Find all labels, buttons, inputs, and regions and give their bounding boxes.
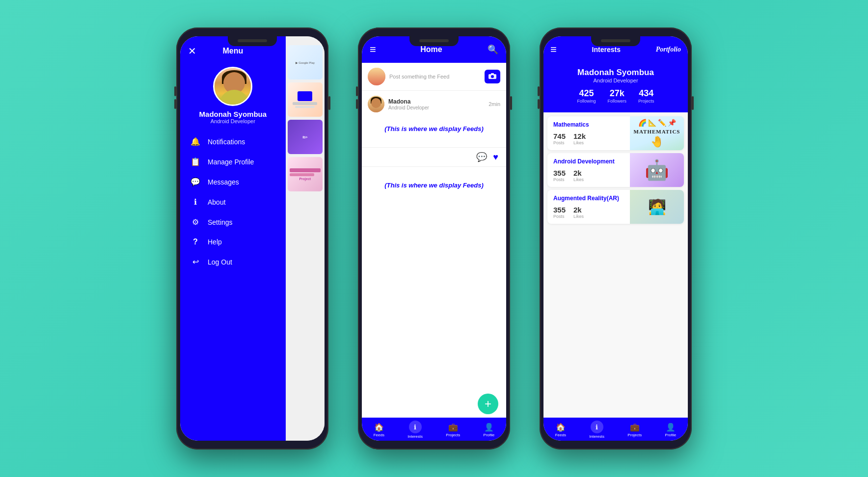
android-posts-label: Posts (553, 177, 566, 182)
interest-card-android[interactable]: Android Development 355 Posts 2k Likes (547, 153, 684, 187)
interests-nav-circle: ℹ (409, 421, 422, 433)
post-input-placeholder[interactable]: Post something the Feed (389, 74, 481, 80)
feed-item-2: (This is where we display Feeds) (362, 167, 506, 418)
feed-actions-1: 💬 ♥ (362, 147, 506, 166)
nav-feeds[interactable]: 🏠 Feeds (374, 423, 384, 437)
interests-nav-profile[interactable]: 👤 Profile (665, 423, 677, 437)
android-stats: 355 Posts 2k Likes (553, 169, 624, 182)
interest-info-math: Mathematics 745 Posts 12k Likes (547, 116, 630, 150)
android-likes-stat: 2k Likes (573, 169, 584, 182)
svg-rect-2 (491, 73, 494, 75)
following-number: 425 (579, 88, 594, 99)
interests-nav-profile-label: Profile (665, 433, 677, 437)
feed-user-role: Android Developer (388, 105, 429, 110)
math-icons: 🌈 📐 ✏️ 📌 (638, 119, 676, 127)
android-topic-name: Android Development (553, 158, 624, 165)
profile-stats: 425 Following 27k Followers 434 Projects (550, 88, 681, 104)
interests-profile-name: Madonah Syombua (577, 68, 654, 78)
avatar-figure (215, 68, 251, 105)
menu-item-manage-profile[interactable]: 📋 Manage Profile (186, 152, 280, 171)
ar-person-icon: 🧑‍💻 (648, 198, 666, 215)
interests-profile-section: Madonah Syombua Android Developer 425 Fo… (543, 63, 688, 112)
phone-speaker (238, 39, 267, 42)
menu-title: Menu (222, 47, 243, 55)
math-text: MATHEMATICS (634, 129, 680, 134)
ar-likes-label: Likes (573, 214, 584, 219)
math-likes-number: 12k (573, 132, 586, 140)
nav-feeds-label: Feeds (374, 433, 384, 437)
math-image-container: 🌈 📐 ✏️ 📌 MATHEMATICS 🤚 (630, 116, 684, 150)
nav-profile[interactable]: 👤 Profile (484, 423, 495, 437)
feed-avatar (368, 96, 384, 112)
nav-interests[interactable]: ℹ Interests (407, 421, 423, 439)
home-screen: ≡ Home 🔍 Post something the Feed (362, 36, 506, 441)
avatar (213, 67, 252, 106)
ar-posts-number: 355 (553, 206, 566, 214)
menu-item-messages[interactable]: 💬 Messages (186, 172, 280, 191)
android-likes-number: 2k (573, 169, 584, 177)
ar-image: 🧑‍💻 (630, 190, 684, 224)
interests-bottom-nav: 🏠 Feeds ℹ Interests 💼 Projects 👤 Profile (543, 418, 688, 441)
left-buttons (356, 86, 358, 109)
interests-screen: ≡ Interests Portfolio Madonah Syombua An… (543, 36, 688, 441)
ar-image-container: 🧑‍💻 (630, 190, 684, 224)
ruler-icon: 📐 (648, 119, 656, 127)
power-button (692, 96, 694, 110)
menu-item-help[interactable]: ? Help (186, 233, 280, 251)
projects-icon: 💼 (630, 423, 640, 432)
left-buttons (174, 86, 176, 109)
info-icon: ℹ (190, 197, 201, 207)
feed-placeholder-2: (This is where we display Feeds) (368, 182, 500, 189)
interests-nav-feeds[interactable]: 🏠 Feeds (555, 423, 566, 437)
followers-number: 27k (610, 88, 624, 99)
nav-interests-label: Interests (407, 434, 423, 439)
hamburger-icon[interactable]: ≡ (370, 43, 375, 56)
home-bottom-nav: 🏠 Feeds ℹ Interests 💼 Projects 👤 Profile (362, 418, 506, 441)
power-button (328, 96, 330, 110)
menu-item-about-label: About (208, 198, 226, 206)
comment-icon[interactable]: 💬 (476, 152, 487, 162)
menu-item-settings[interactable]: ⚙ Settings (186, 212, 280, 232)
menu-item-logout[interactable]: ↩ Log Out (186, 252, 280, 271)
rainbow-icon: 🌈 (638, 119, 647, 127)
side-buttons (510, 96, 512, 110)
interests-circle-icon: ℹ (591, 421, 603, 433)
vol-down-button (174, 99, 176, 109)
fab-button[interactable]: + (478, 394, 498, 414)
following-label: Following (577, 99, 596, 104)
stat-followers: 27k Followers (608, 88, 627, 104)
interest-card-math[interactable]: Mathematics 745 Posts 12k Likes (547, 116, 684, 150)
math-posts-number: 745 (553, 132, 566, 140)
menu-item-notifications[interactable]: 🔔 Notifications (186, 132, 280, 151)
camera-button[interactable] (485, 70, 500, 83)
preview-card-1: ▶ Google Play (288, 45, 323, 80)
heart-icon[interactable]: ♥ (493, 152, 498, 162)
projects-number: 434 (639, 88, 653, 99)
close-icon[interactable]: ✕ (188, 45, 196, 57)
logout-icon: ↩ (190, 257, 201, 266)
feed-user-info: Madona Android Developer (368, 96, 429, 112)
interests-icon: ℹ (596, 424, 598, 431)
fab-icon: + (485, 397, 491, 411)
nav-projects-label: Projects (446, 433, 460, 437)
math-likes-stat: 12k Likes (573, 132, 586, 145)
pin-icon: 📌 (668, 119, 676, 127)
feed-content-1: (This is where we display Feeds) (362, 115, 506, 147)
menu-item-about[interactable]: ℹ About (186, 192, 280, 212)
stat-projects: 434 Projects (638, 88, 654, 104)
interests-nav-feeds-label: Feeds (555, 433, 566, 437)
menu-item-help-label: Help (208, 238, 222, 246)
hamburger-icon[interactable]: ≡ (550, 43, 557, 56)
android-posts-stat: 355 Posts (553, 169, 566, 182)
ar-posts-label: Posts (553, 214, 566, 219)
interest-info-ar: Augmented Reality(AR) 355 Posts 2k Likes (547, 190, 630, 224)
user-role: Android Developer (211, 118, 255, 124)
interests-nav-projects[interactable]: 💼 Projects (627, 423, 642, 437)
interests-nav-interests[interactable]: ℹ Interests (589, 421, 604, 439)
interest-card-ar[interactable]: Augmented Reality(AR) 355 Posts 2k Likes (547, 190, 684, 224)
search-icon[interactable]: 🔍 (488, 44, 498, 55)
phone-speaker (601, 39, 630, 42)
nav-projects[interactable]: 💼 Projects (446, 423, 460, 437)
vol-up-button (174, 86, 176, 96)
bell-icon: 🔔 (190, 137, 201, 146)
